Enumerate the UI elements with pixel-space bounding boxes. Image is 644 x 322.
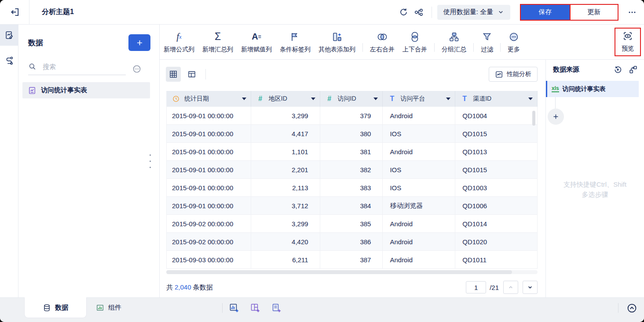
column-dropdown-icon[interactable] <box>242 98 246 100</box>
column-dropdown-icon[interactable] <box>373 98 378 100</box>
performance-analysis-button[interactable]: 性能分析 <box>489 67 538 82</box>
previous-page-button[interactable] <box>503 281 518 294</box>
collapse-panel-button[interactable] <box>626 302 638 314</box>
tab-data[interactable]: 数据 <box>24 297 87 318</box>
table-cell[interactable]: 380 <box>320 125 383 143</box>
table-cell[interactable]: IOS <box>383 125 455 143</box>
add-step-button[interactable] <box>548 109 564 125</box>
table-cell[interactable]: QD1004 <box>455 107 538 125</box>
column-dropdown-icon[interactable] <box>528 98 533 100</box>
column-header-5[interactable]: T渠道ID <box>455 91 538 107</box>
merge-steps-icon[interactable] <box>629 65 638 74</box>
form-view-button[interactable] <box>184 67 199 82</box>
table-cell[interactable]: 4,417 <box>251 125 320 143</box>
table-cell[interactable]: 2015-09-02 00:00:00 <box>167 233 251 251</box>
table-cell[interactable]: 382 <box>320 161 383 179</box>
table-cell[interactable]: 移动浏览器 <box>383 197 455 215</box>
data-volume-select[interactable]: 使用数据量: 全量 <box>437 5 510 20</box>
toolbar-item-preview[interactable]: 预览 <box>622 30 634 53</box>
table-cell[interactable]: 381 <box>320 143 383 161</box>
table-cell[interactable]: QD1003 <box>455 179 538 197</box>
table-cell[interactable]: 1,101 <box>251 143 320 161</box>
table-cell[interactable]: 383 <box>320 179 383 197</box>
column-header-2[interactable]: #地区ID <box>251 91 320 107</box>
table-cell[interactable]: 3,299 <box>251 107 320 125</box>
table-cell[interactable]: 385 <box>320 215 383 233</box>
table-cell[interactable]: 2,113 <box>251 179 320 197</box>
table-cell[interactable]: 6,211 <box>251 251 320 269</box>
toolbar-item-summary-column[interactable]: Σ 新增汇总列 <box>198 31 237 54</box>
table-cell[interactable]: 2,201 <box>251 161 320 179</box>
table-cell[interactable]: Android <box>383 251 455 269</box>
table-cell[interactable]: 4,420 <box>251 233 320 251</box>
sidebar-item-dataset[interactable]: 访问统计事实表 <box>22 82 150 98</box>
table-cell[interactable]: 386 <box>320 233 383 251</box>
table-cell[interactable]: 2015-09-01 00:00:00 <box>167 107 251 125</box>
column-dropdown-icon[interactable] <box>311 98 315 100</box>
table-cell[interactable]: 2015-09-01 00:00:00 <box>167 143 251 161</box>
refresh-button[interactable] <box>396 5 411 20</box>
page-number-input[interactable] <box>466 281 486 293</box>
table-cell[interactable]: QD1011 <box>455 251 538 269</box>
table-cell[interactable]: Android <box>383 143 455 161</box>
column-dropdown-icon[interactable] <box>446 98 450 100</box>
table-cell[interactable]: Android <box>383 107 455 125</box>
table-cell[interactable]: QD1014 <box>455 215 538 233</box>
toolbar-item-assign-column[interactable]: A= 新增赋值列 <box>237 31 276 54</box>
add-chart-button[interactable] <box>228 302 240 314</box>
column-header-4[interactable]: T访问平台 <box>383 91 455 107</box>
save-button[interactable]: 保存 <box>521 5 570 20</box>
rail-item-flow[interactable] <box>0 50 18 71</box>
toolbar-item-condition-tag-column[interactable]: 条件标签列 <box>276 31 315 54</box>
topbar-more-button[interactable] <box>625 5 640 20</box>
search-options-icon[interactable] <box>132 64 142 74</box>
table-cell[interactable]: 2015-09-01 00:00:00 <box>167 179 251 197</box>
table-cell[interactable]: 2015-09-02 00:00:00 <box>167 215 251 233</box>
toolbar-item-formula-column[interactable]: fx 新增公式列 <box>160 31 198 54</box>
update-button[interactable]: 更新 <box>570 5 618 20</box>
toolbar-item-add-column-from-table[interactable]: 其他表添加列 <box>315 31 359 54</box>
table-cell[interactable]: IOS <box>383 161 455 179</box>
panel-resize-handle[interactable] <box>150 155 151 168</box>
table-cell[interactable]: Android <box>383 215 455 233</box>
horizontal-scrollbar[interactable] <box>166 270 538 274</box>
add-data-button[interactable] <box>128 34 150 51</box>
table-cell[interactable]: IOS <box>383 179 455 197</box>
search-box[interactable] <box>28 62 126 75</box>
rail-item-analysis[interactable] <box>0 25 18 46</box>
table-cell[interactable]: QD1020 <box>455 233 538 251</box>
column-header-1[interactable]: 统计日期 <box>167 91 251 107</box>
grid-view-button[interactable] <box>166 67 181 82</box>
toolbar-item-filter[interactable]: 过滤 <box>477 31 497 54</box>
table-cell[interactable]: 387 <box>320 251 383 269</box>
table-cell[interactable]: QD1006 <box>455 197 538 215</box>
toolbar-item-join-left-right[interactable]: 左右合并 <box>366 31 399 54</box>
table-cell[interactable]: 379 <box>320 107 383 125</box>
toolbar-item-more[interactable]: 更多 <box>504 31 524 54</box>
toolbar-item-group-summary[interactable]: 分组汇总 <box>438 31 470 54</box>
table-cell[interactable]: 2015-09-01 00:00:00 <box>167 197 251 215</box>
table-cell[interactable]: 2015-09-03 00:00:00 <box>167 251 251 269</box>
add-dashboard-button[interactable] <box>249 302 261 314</box>
table-cell[interactable]: 3,299 <box>251 215 320 233</box>
exit-button[interactable] <box>0 0 29 24</box>
table-cell[interactable]: 2015-09-01 00:00:00 <box>167 161 251 179</box>
table-cell[interactable]: QD1015 <box>455 125 538 143</box>
table-cell[interactable]: 3,712 <box>251 197 320 215</box>
tab-component[interactable]: 组件 <box>93 298 124 318</box>
add-report-button[interactable] <box>270 302 282 314</box>
table-cell[interactable]: QD1015 <box>455 161 538 179</box>
toolbar-item-join-top-bottom[interactable]: 上下合并 <box>399 31 431 54</box>
next-page-button[interactable] <box>523 281 538 294</box>
source-step-dataset[interactable]: xls 访问统计事实表 <box>546 81 639 97</box>
table-cell[interactable]: QD1013 <box>455 143 538 161</box>
vertical-scrollbar-thumb[interactable] <box>532 111 535 126</box>
table-cell[interactable]: Android <box>383 233 455 251</box>
search-input[interactable] <box>42 62 131 71</box>
table-cell[interactable]: 2015-09-01 00:00:00 <box>167 125 251 143</box>
relation-view-button[interactable] <box>411 5 426 20</box>
column-header-3[interactable]: #访问ID <box>320 91 383 107</box>
update-history-icon[interactable] <box>613 65 622 74</box>
horizontal-scrollbar-thumb[interactable] <box>166 270 512 274</box>
table-cell[interactable]: 384 <box>320 197 383 215</box>
